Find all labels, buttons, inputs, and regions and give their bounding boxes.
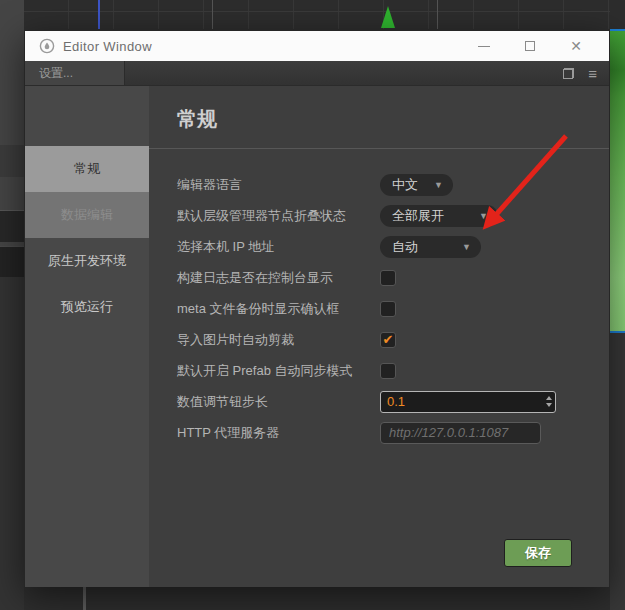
form-row-step-size: 数值调节钮步长 <box>177 386 609 417</box>
field-label: meta 文件备份时显示确认框 <box>177 300 380 318</box>
check-icon: ✔ <box>383 333 394 346</box>
sidebar-item-data-edit[interactable]: 数据编辑 <box>25 192 149 238</box>
stepper-up-icon <box>546 396 552 400</box>
field-label: 默认开启 Prefab 自动同步模式 <box>177 362 380 380</box>
gizmo-arrow-icon <box>381 6 395 28</box>
auto-trim-checkbox[interactable]: ✔ <box>380 332 396 348</box>
editor-right-edge <box>610 0 625 610</box>
menu-icon[interactable]: ≡ <box>588 66 597 81</box>
grid-line <box>437 0 438 29</box>
sidebar-item-label: 数据编辑 <box>61 206 113 224</box>
editor-bottom-panel <box>24 586 610 610</box>
minimize-icon <box>478 46 490 47</box>
titlebar[interactable]: Editor Window ✕ <box>25 31 609 61</box>
build-log-checkbox[interactable] <box>380 270 396 286</box>
panel-band <box>0 246 24 277</box>
tab-bar: 设置... ≡ <box>25 61 609 86</box>
chevron-down-icon: ▼ <box>479 211 488 221</box>
minimize-button[interactable] <box>461 31 507 61</box>
collapse-state-dropdown[interactable]: 全部展开 ▼ <box>380 205 498 227</box>
popout-icon[interactable] <box>563 68 574 79</box>
close-icon: ✕ <box>570 39 582 53</box>
form-row-auto-trim: 导入图片时自动剪裁 ✔ <box>177 324 609 355</box>
chevron-down-icon: ▼ <box>434 180 443 190</box>
screen: Editor Window ✕ 设置... ≡ 常规 数据编辑 原生开发环境 预… <box>0 0 625 610</box>
heading-divider <box>149 148 609 149</box>
sidebar-item-label: 预览运行 <box>61 298 113 316</box>
close-button[interactable]: ✕ <box>553 31 599 61</box>
tab-settings[interactable]: 设置... <box>25 61 125 85</box>
chevron-down-icon: ▼ <box>462 242 471 252</box>
editor-grid <box>24 0 625 29</box>
panel-divider <box>83 586 86 610</box>
sidebar-item-preview-run[interactable]: 预览运行 <box>25 284 149 330</box>
timeline-cursor <box>98 0 100 29</box>
field-label: 选择本机 IP 地址 <box>177 238 380 256</box>
form-row-prefab-sync: 默认开启 Prefab 自动同步模式 <box>177 355 609 386</box>
green-sprite <box>610 29 625 333</box>
app-logo-icon <box>39 38 55 54</box>
panel-band <box>0 277 24 610</box>
form-row-build-log: 构建日志是否在控制台显示 <box>177 262 609 293</box>
window-title: Editor Window <box>63 39 152 54</box>
field-label: HTTP 代理服务器 <box>177 424 380 442</box>
grid-line <box>212 0 213 29</box>
tab-label: 设置... <box>39 65 73 82</box>
sidebar-item-label: 原生开发环境 <box>48 252 126 270</box>
ip-address-dropdown[interactable]: 自动 ▼ <box>380 236 481 258</box>
save-button[interactable]: 保存 <box>504 539 572 567</box>
dropdown-value: 全部展开 <box>392 207 444 225</box>
page-title: 常规 <box>177 104 609 134</box>
prefab-sync-checkbox[interactable] <box>380 363 396 379</box>
step-size-field[interactable] <box>381 392 542 412</box>
form-row-ip-address: 选择本机 IP 地址 自动 ▼ <box>177 231 609 262</box>
settings-content: 常规 编辑器语言 中文 ▼ 默认层级管理器节点折叠状态 全部展开 <box>149 86 609 587</box>
language-dropdown[interactable]: 中文 ▼ <box>380 174 453 196</box>
panel-band <box>0 210 24 242</box>
save-button-label: 保存 <box>525 544 551 562</box>
maximize-button[interactable] <box>507 31 553 61</box>
form-row-collapse-state: 默认层级管理器节点折叠状态 全部展开 ▼ <box>177 200 609 231</box>
form-row-http-proxy: HTTP 代理服务器 <box>177 417 609 448</box>
sidebar-item-native-dev[interactable]: 原生开发环境 <box>25 238 149 284</box>
panel-band <box>0 145 24 177</box>
field-label: 导入图片时自动剪裁 <box>177 331 380 349</box>
dropdown-value: 中文 <box>392 176 418 194</box>
field-label: 数值调节钮步长 <box>177 393 380 411</box>
settings-sidebar: 常规 数据编辑 原生开发环境 预览运行 <box>25 86 149 587</box>
step-size-input <box>380 391 556 413</box>
meta-backup-checkbox[interactable] <box>380 301 396 317</box>
settings-form: 编辑器语言 中文 ▼ 默认层级管理器节点折叠状态 全部展开 ▼ <box>177 169 609 448</box>
field-label: 编辑器语言 <box>177 176 380 194</box>
maximize-icon <box>525 41 535 51</box>
http-proxy-field[interactable] <box>380 422 541 444</box>
panel-band <box>610 333 625 610</box>
editor-left-panel <box>0 0 24 610</box>
stepper-down-icon <box>546 403 552 407</box>
field-label: 构建日志是否在控制台显示 <box>177 269 380 287</box>
field-label: 默认层级管理器节点折叠状态 <box>177 207 380 225</box>
form-row-meta-backup: meta 文件备份时显示确认框 <box>177 293 609 324</box>
sidebar-item-general[interactable]: 常规 <box>25 146 149 192</box>
sidebar-item-label: 常规 <box>74 160 100 178</box>
form-row-language: 编辑器语言 中文 ▼ <box>177 169 609 200</box>
settings-dialog: Editor Window ✕ 设置... ≡ 常规 数据编辑 原生开发环境 预… <box>24 30 610 586</box>
dropdown-value: 自动 <box>392 238 418 256</box>
number-stepper[interactable] <box>542 392 555 412</box>
